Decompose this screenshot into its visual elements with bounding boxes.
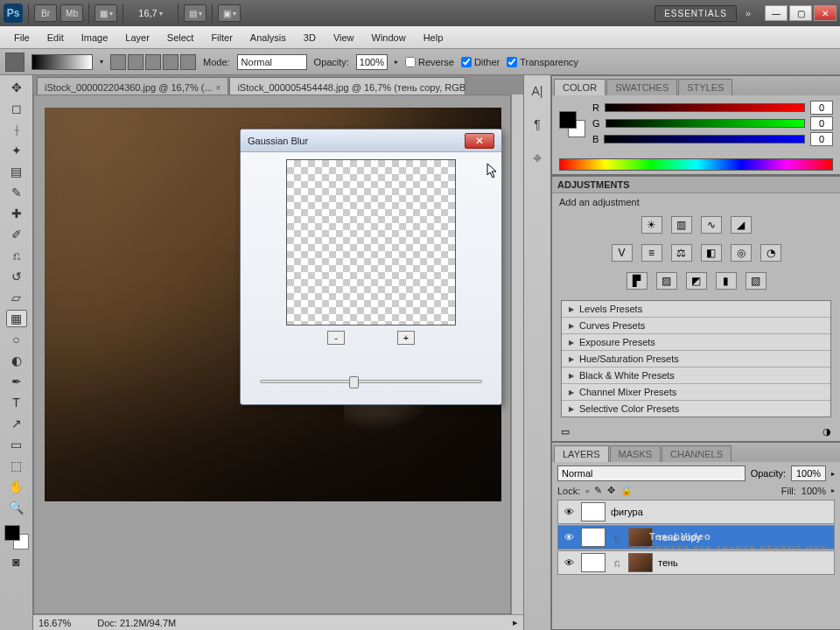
r-value[interactable]: 0 — [810, 101, 833, 115]
adj-new-icon[interactable]: ▭ — [561, 426, 570, 438]
dialog-titlebar[interactable]: Gaussian Blur ✕ — [241, 130, 501, 152]
layer-thumb[interactable] — [581, 528, 606, 547]
menu-window[interactable]: Window — [363, 29, 415, 46]
fill-field[interactable]: 100% — [802, 486, 826, 496]
layer-row[interactable]: 👁 ⎌ тень — [557, 550, 835, 575]
visibility-icon[interactable]: 👁 — [562, 505, 576, 519]
layer-name[interactable]: фигура — [611, 507, 643, 517]
photoshop-logo-icon[interactable]: Ps — [4, 4, 23, 23]
blur-preview[interactable] — [286, 159, 456, 326]
heal-tool-icon[interactable]: ✚ — [6, 205, 27, 222]
clone-source-icon[interactable]: ⎆ — [528, 149, 546, 166]
gradient-picker[interactable] — [32, 54, 93, 70]
eyedropper-tool-icon[interactable]: ✎ — [6, 184, 27, 201]
radius-slider[interactable] — [260, 380, 482, 383]
screen-mode-button[interactable]: ▦▾ — [94, 4, 117, 22]
lock-pixels-icon[interactable]: ✎ — [594, 485, 602, 496]
visibility-icon[interactable]: 👁 — [562, 556, 576, 570]
menu-edit[interactable]: Edit — [38, 29, 73, 46]
gradient-map-icon[interactable]: ▮ — [716, 272, 737, 290]
wand-tool-icon[interactable]: ✦ — [6, 142, 27, 159]
link-icon[interactable]: ⎌ — [611, 532, 623, 542]
document-tab[interactable]: iStock_000002204360.jpg @ 16,7% (...× — [37, 77, 228, 94]
b-slider[interactable] — [604, 135, 805, 144]
preset-item[interactable]: ▶Exposure Presets — [562, 334, 830, 351]
layer-opacity-field[interactable]: 100% — [791, 466, 826, 481]
path-tool-icon[interactable]: ↗ — [6, 415, 27, 432]
layer-name[interactable]: тень — [658, 557, 678, 568]
layer-row[interactable]: 👁 фигура — [557, 500, 835, 524]
threshold-icon[interactable]: ◩ — [686, 272, 707, 290]
quickmask-icon[interactable]: ◙ — [6, 553, 27, 570]
maximize-button[interactable]: ▢ — [789, 5, 812, 21]
lasso-tool-icon[interactable]: ⟊ — [6, 121, 27, 138]
zoom-in-button[interactable]: + — [397, 331, 415, 345]
tab-swatches[interactable]: SWATCHES — [606, 79, 677, 95]
lock-all-icon[interactable]: 🔒 — [620, 485, 633, 496]
foreground-color-swatch[interactable] — [4, 525, 20, 541]
zoom-out-button[interactable]: - — [327, 331, 345, 345]
adj-clip-icon[interactable]: ◑ — [822, 426, 831, 438]
3d-tool-icon[interactable]: ⬚ — [6, 457, 27, 474]
paragraph-icon[interactable]: ¶ — [528, 116, 546, 133]
marquee-tool-icon[interactable]: ◻ — [6, 100, 27, 117]
selective-color-icon[interactable]: ▧ — [746, 272, 766, 290]
menu-3d[interactable]: 3D — [295, 29, 325, 46]
zoom-tool-icon[interactable]: 🔍 — [6, 499, 27, 516]
photo-filter-icon[interactable]: ◎ — [731, 244, 752, 262]
hand-tool-icon[interactable]: ✋ — [6, 478, 27, 495]
color-spectrum[interactable] — [559, 158, 833, 171]
hue-sat-icon[interactable]: ≡ — [641, 244, 662, 262]
character-icon[interactable]: A| — [528, 82, 546, 100]
mask-thumb[interactable] — [628, 553, 653, 572]
gradient-tool-icon[interactable]: ▦ — [6, 310, 27, 327]
r-slider[interactable] — [605, 103, 805, 112]
tool-preset-picker[interactable] — [5, 52, 24, 72]
close-tab-icon[interactable]: × — [216, 83, 221, 93]
layer-blend-dropdown[interactable]: Normal — [557, 466, 746, 481]
layer-thumb[interactable] — [581, 502, 606, 522]
tab-channels[interactable]: CHANNELS — [662, 445, 732, 462]
chevrons-icon[interactable]: » — [746, 8, 751, 18]
bw-icon[interactable]: ◧ — [701, 244, 722, 262]
menu-image[interactable]: Image — [73, 29, 117, 46]
posterize-icon[interactable]: ▨ — [656, 272, 677, 290]
tab-masks[interactable]: MASKS — [610, 445, 662, 462]
exposure-icon[interactable]: ◢ — [731, 216, 752, 234]
move-tool-icon[interactable]: ✥ — [6, 79, 27, 96]
stamp-tool-icon[interactable]: ⎌ — [6, 247, 27, 264]
color-fgbg[interactable] — [559, 111, 585, 137]
history-brush-icon[interactable]: ↺ — [6, 268, 27, 285]
close-button[interactable]: ✕ — [814, 5, 836, 21]
blur-tool-icon[interactable]: ○ — [6, 331, 27, 348]
radial-gradient-icon[interactable] — [128, 54, 144, 70]
extra-menu-button[interactable]: ▣▾ — [218, 4, 241, 22]
workspace-switcher[interactable]: ESSENTIALS — [654, 5, 737, 22]
channel-mixer-icon[interactable]: ◔ — [760, 244, 781, 262]
menu-select[interactable]: Select — [158, 29, 203, 46]
vibrance-icon[interactable]: V — [612, 244, 633, 262]
color-balance-icon[interactable]: ⚖ — [671, 244, 692, 262]
menu-view[interactable]: View — [325, 29, 363, 46]
foreground-background-swatch[interactable] — [4, 525, 29, 550]
dialog-close-button[interactable]: ✕ — [465, 133, 494, 149]
crop-tool-icon[interactable]: ▤ — [6, 163, 27, 180]
preset-item[interactable]: ▶Channel Mixer Presets — [562, 384, 830, 401]
lock-pos-icon[interactable]: ✥ — [607, 485, 615, 496]
brush-tool-icon[interactable]: ✐ — [6, 226, 27, 243]
minimize-button[interactable]: — — [765, 5, 788, 21]
opacity-field[interactable]: 100% — [356, 54, 388, 70]
tab-styles[interactable]: STYLES — [678, 79, 732, 95]
menu-layer[interactable]: Layer — [116, 29, 158, 46]
link-icon[interactable]: ⎌ — [611, 557, 623, 568]
dodge-tool-icon[interactable]: ◐ — [6, 352, 27, 369]
brightness-icon[interactable]: ☀ — [641, 216, 662, 234]
bridge-button[interactable]: Br — [34, 4, 57, 22]
menu-analysis[interactable]: Analysis — [242, 29, 295, 46]
g-slider[interactable] — [606, 119, 805, 128]
preset-item[interactable]: ▶Curves Presets — [562, 318, 830, 334]
lock-trans-icon[interactable]: ▫ — [585, 486, 589, 496]
diamond-gradient-icon[interactable] — [180, 54, 196, 70]
layer-row[interactable]: 👁 ⎌ тень copy TeachVideo СМОТРИ КАК ЗНАН… — [557, 525, 835, 550]
shape-tool-icon[interactable]: ▭ — [6, 436, 27, 453]
